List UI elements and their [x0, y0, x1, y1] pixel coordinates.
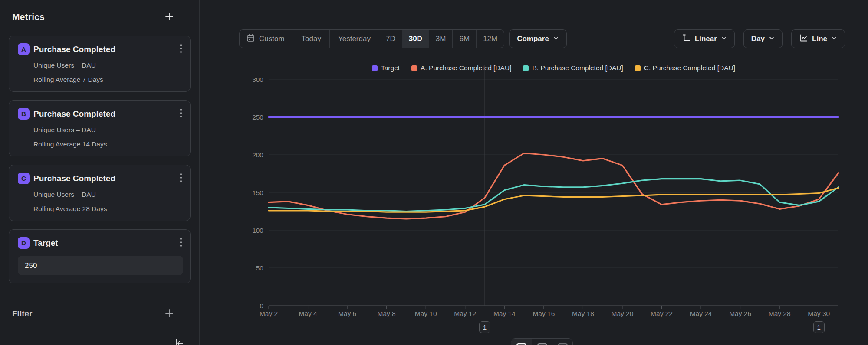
- x-axis-label: May 24: [690, 310, 712, 317]
- x-axis-label: May 28: [769, 310, 791, 317]
- metric-title: Purchase Completed: [33, 109, 179, 119]
- filter-title: Filter: [12, 309, 32, 319]
- metric-measure: Unique Users – DAU: [33, 191, 183, 199]
- chart-type-label: Line: [812, 35, 827, 43]
- range-3m-button[interactable]: 3M: [429, 30, 453, 48]
- target-card[interactable]: D Target: [9, 229, 191, 283]
- add-filter-button[interactable]: [164, 308, 175, 320]
- x-axis-label: May 10: [415, 310, 437, 317]
- collapse-sidebar-button[interactable]: [172, 337, 185, 345]
- annotation-chip[interactable]: 1: [813, 321, 825, 333]
- range-12m-button[interactable]: 12M: [476, 30, 504, 48]
- range-label: 6M: [459, 35, 470, 43]
- series-line-B: [269, 179, 838, 212]
- range-label: 7D: [386, 35, 395, 43]
- date-range-controls: Custom Today Yesterday 7D 30D 3M 6M 12M …: [239, 29, 567, 48]
- metric-menu-button[interactable]: [179, 172, 183, 185]
- chart-type-select-button[interactable]: Line: [791, 29, 845, 48]
- x-axis-label: May 12: [454, 310, 476, 317]
- metric-menu-button[interactable]: [179, 236, 183, 250]
- legend-item-B[interactable]: B. Purchase Completed [DAU]: [523, 64, 623, 72]
- range-6m-button[interactable]: 6M: [452, 30, 476, 48]
- x-axis-label: May 4: [299, 310, 317, 317]
- kebab-icon: [180, 172, 182, 184]
- metric-card-c[interactable]: C Purchase Completed Unique Users – DAU …: [9, 165, 191, 221]
- compare-button[interactable]: Compare: [509, 29, 567, 48]
- y-axis-label: 50: [256, 264, 264, 272]
- range-7d-button[interactable]: 7D: [379, 30, 402, 48]
- target-value-input[interactable]: [18, 256, 183, 275]
- date-range-segmented-control: Custom Today Yesterday 7D 30D 3M 6M 12M: [239, 29, 504, 48]
- breakdown-view-icon: [557, 343, 568, 345]
- target-card-head: D Target: [18, 237, 183, 249]
- range-label: 3M: [436, 35, 446, 43]
- metric-card-head: B Purchase Completed: [18, 108, 183, 120]
- scale-label: Linear: [695, 35, 717, 43]
- range-label: Yesterday: [338, 35, 371, 43]
- metric-title: Purchase Completed: [33, 45, 179, 54]
- metric-card-b[interactable]: B Purchase Completed Unique Users – DAU …: [9, 100, 191, 156]
- legend-label: C. Purchase Completed [DAU]: [644, 64, 735, 72]
- range-label: 30D: [409, 35, 422, 43]
- kebab-icon: [180, 108, 182, 120]
- table-view-toggle[interactable]: [532, 339, 552, 345]
- metric-rolling-average: Rolling Average 14 Days: [33, 140, 183, 148]
- metric-card-a[interactable]: A Purchase Completed Unique Users – DAU …: [9, 36, 191, 92]
- kebab-icon: [180, 43, 182, 55]
- metric-rolling-average: Rolling Average 7 Days: [33, 76, 183, 84]
- x-axis-label: May 14: [493, 310, 516, 317]
- range-label: Today: [302, 35, 321, 43]
- chart-display-controls: Linear Day Line: [674, 29, 845, 48]
- legend-item-target[interactable]: Target: [372, 64, 400, 72]
- range-yesterday-button[interactable]: Yesterday: [329, 30, 379, 48]
- kebab-icon: [180, 237, 182, 249]
- legend-swatch: [523, 65, 529, 71]
- x-axis-label: May 2: [260, 310, 278, 317]
- line-chart: 050100150200250300May 2May 4May 6May 8Ma…: [200, 0, 868, 345]
- series-line-A: [269, 153, 838, 219]
- chevron-down-icon: [769, 35, 775, 43]
- annotation-chip[interactable]: 1: [479, 321, 490, 333]
- y-axis-label: 100: [252, 227, 263, 234]
- legend-item-C[interactable]: C. Purchase Completed [DAU]: [635, 64, 735, 72]
- metric-menu-button[interactable]: [179, 107, 183, 120]
- series-line-C: [269, 188, 838, 212]
- line-chart-icon: [799, 33, 808, 45]
- metric-measure: Unique Users – DAU: [33, 62, 183, 69]
- range-label: Custom: [259, 35, 285, 43]
- range-custom-button[interactable]: Custom: [240, 30, 293, 48]
- table-view-icon: [537, 343, 548, 345]
- plus-icon: [164, 12, 174, 23]
- chevron-down-icon: [831, 35, 837, 43]
- metric-badge: A: [18, 43, 30, 55]
- legend-label: Target: [381, 64, 400, 72]
- interval-select-button[interactable]: Day: [743, 29, 783, 48]
- legend-item-A[interactable]: A. Purchase Completed [DAU]: [411, 64, 511, 72]
- breakdown-view-toggle[interactable]: [552, 339, 572, 345]
- compare-label: Compare: [517, 35, 549, 43]
- scale-select-button[interactable]: Linear: [674, 29, 735, 48]
- chart-toolbar: Custom Today Yesterday 7D 30D 3M 6M 12M …: [239, 29, 845, 48]
- legend-label: A. Purchase Completed [DAU]: [421, 64, 511, 72]
- x-axis-label: May 20: [612, 310, 634, 317]
- add-metric-button[interactable]: [164, 11, 175, 23]
- range-30d-button[interactable]: 30D: [402, 30, 429, 48]
- chart-panel: Custom Today Yesterday 7D 30D 3M 6M 12M …: [200, 0, 868, 345]
- interval-label: Day: [751, 35, 765, 43]
- chevron-down-icon: [721, 35, 727, 43]
- sidebar-divider: [0, 332, 199, 332]
- metric-badge: B: [18, 108, 30, 120]
- range-today-button[interactable]: Today: [293, 30, 329, 48]
- metric-card-head: C Purchase Completed: [18, 172, 183, 184]
- y-axis-label: 150: [252, 189, 263, 196]
- chart-view-toggle[interactable]: [511, 339, 532, 345]
- metrics-header: Metrics: [9, 11, 191, 23]
- chart-legend: TargetA. Purchase Completed [DAU]B. Purc…: [269, 64, 838, 72]
- view-toggle-group: [511, 338, 573, 345]
- metric-measure: Unique Users – DAU: [33, 126, 183, 134]
- metric-menu-button[interactable]: [179, 42, 183, 56]
- metric-card-head: A Purchase Completed: [18, 43, 183, 55]
- collapse-left-icon: [173, 338, 184, 345]
- legend-swatch: [372, 65, 378, 71]
- x-axis-label: May 26: [729, 310, 751, 317]
